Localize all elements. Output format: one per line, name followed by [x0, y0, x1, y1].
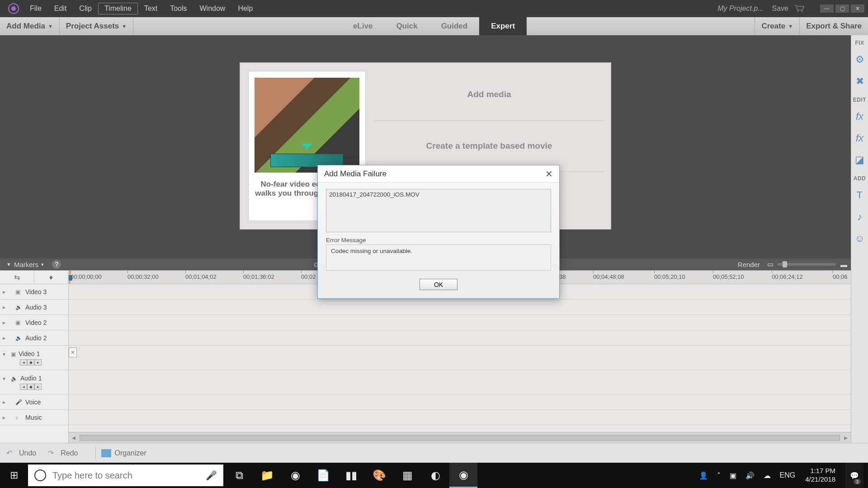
fx-star-icon[interactable]: fx — [854, 110, 866, 123]
create-button[interactable]: Create▼ — [755, 17, 800, 35]
markers-caret-icon[interactable]: ▾ — [41, 262, 44, 267]
premiere-elements-icon[interactable]: ◉ — [449, 463, 477, 488]
tools-icon[interactable]: ✖ — [854, 75, 866, 88]
track-header: ⇆ ♦ ▸▣Video 3 ▸🔈Audio 3 ▸▣Video 2 ▸🔈Audi… — [0, 271, 69, 443]
track-row[interactable] — [69, 300, 851, 315]
onedrive-icon[interactable]: ☁ — [764, 471, 771, 480]
track-video1[interactable]: ▾▣Video 1◂◆▸ — [0, 346, 68, 370]
welcome-add-media[interactable]: Add media — [374, 69, 604, 120]
app-icon-1[interactable]: ▮▮ — [337, 463, 365, 488]
svg-point-1 — [801, 10, 802, 12]
music-icon[interactable]: ♪ — [854, 211, 866, 223]
dialog-titlebar: Add Media Failure ✕ — [318, 165, 559, 183]
scroll-right-icon[interactable]: ▸ — [841, 433, 851, 442]
language-indicator[interactable]: ENG — [780, 471, 796, 479]
volume-icon[interactable]: 🔊 — [745, 471, 755, 480]
ruler-tick: 00;02 — [301, 273, 316, 280]
track-audio3[interactable]: ▸🔈Audio 3 — [0, 300, 68, 315]
ruler-tick: 00;00;32;00 — [127, 273, 159, 280]
people-icon[interactable]: 👤 — [699, 471, 708, 480]
track-row[interactable] — [69, 370, 851, 394]
redo-icon: ↷ — [48, 449, 57, 458]
welcome-template-movie[interactable]: Create a template based movie — [374, 120, 604, 172]
notification-badge: 3 — [854, 479, 861, 484]
help-icon[interactable]: ? — [52, 260, 61, 269]
track-row[interactable] — [69, 315, 851, 330]
render-button[interactable]: Render — [738, 261, 760, 268]
chevron-down-icon[interactable]: ▼ — [6, 262, 11, 267]
menu-clip[interactable]: Clip — [73, 3, 98, 14]
track-audio1[interactable]: ▾🔈Audio 1◂◆▸ — [0, 370, 68, 394]
svg-point-0 — [797, 10, 798, 12]
zoom-slider[interactable] — [777, 263, 836, 266]
start-button[interactable]: ⊞ — [0, 463, 28, 488]
menu-file[interactable]: File — [24, 3, 48, 14]
tray-chevron-icon[interactable]: ˄ — [717, 471, 721, 480]
menu-help[interactable]: Help — [231, 3, 259, 14]
track-voice[interactable]: ▸🎤Voice — [0, 394, 68, 410]
window-maximize[interactable]: ▢ — [835, 5, 849, 13]
right-tool-strip: FIX ⚙ ✖ EDIT fx fx ◪ ADD T ♪ ☺ — [851, 35, 868, 443]
playhead[interactable] — [70, 271, 70, 284]
track-row[interactable] — [69, 410, 851, 425]
menu-window[interactable]: Window — [193, 3, 232, 14]
file-explorer-icon[interactable]: 📁 — [253, 463, 281, 488]
undo-button[interactable]: ↶Undo — [6, 449, 36, 458]
arrow-down-icon — [302, 144, 312, 155]
clock[interactable]: 1:17 PM4/21/2018 — [805, 467, 835, 484]
track-audio2[interactable]: ▸🔈Audio 2 — [0, 330, 68, 346]
search-box[interactable]: Type here to search 🎤 — [28, 465, 223, 486]
ok-button[interactable]: OK — [420, 279, 458, 290]
track-row[interactable] — [69, 330, 851, 346]
notepad-icon[interactable]: 📄 — [309, 463, 337, 488]
scroll-left-icon[interactable]: ◂ — [69, 433, 79, 442]
timeline-scrollbar[interactable]: ◂ ▸ — [69, 432, 851, 443]
color-icon[interactable]: ◪ — [854, 154, 866, 166]
zoom-in-icon[interactable]: ▬ — [840, 261, 847, 268]
markers-button[interactable]: Markers — [14, 261, 38, 268]
calculator-icon[interactable]: ▦ — [393, 463, 421, 488]
ruler-tick: 00;06 — [833, 273, 848, 280]
error-message-label: Error Message — [326, 237, 551, 244]
chrome-icon[interactable]: ◉ — [281, 463, 309, 488]
add-media-button[interactable]: Add Media▼ — [0, 17, 60, 35]
menu-timeline[interactable]: Timeline — [98, 3, 138, 14]
menu-text[interactable]: Text — [138, 3, 164, 14]
timeline-tool-2[interactable]: ♦ — [34, 271, 69, 284]
track-row[interactable] — [69, 394, 851, 410]
redo-button[interactable]: ↷Redo — [48, 449, 78, 458]
separator — [95, 447, 96, 460]
graphics-icon[interactable]: ☺ — [854, 232, 866, 245]
fx-icon[interactable]: fx — [854, 132, 866, 145]
quicktime-icon[interactable]: ◐ — [421, 463, 449, 488]
close-icon[interactable]: ✕ — [545, 169, 553, 179]
paint-icon[interactable]: 🎨 — [365, 463, 393, 488]
action-center-icon[interactable]: 💬3 — [845, 463, 863, 488]
track-video3[interactable]: ▸▣Video 3 — [0, 284, 68, 300]
timeline-tool-1[interactable]: ⇆ — [0, 271, 34, 284]
window-close[interactable]: ✕ — [851, 5, 864, 13]
battery-icon[interactable]: ▣ — [730, 471, 736, 480]
track-row[interactable]: ✕ — [69, 346, 851, 370]
adjust-sliders-icon[interactable]: ⚙ — [854, 53, 866, 66]
zoom-out-icon[interactable]: ▭ — [767, 260, 774, 268]
window-minimize[interactable]: — — [820, 5, 834, 13]
cart-icon[interactable] — [794, 5, 805, 13]
project-assets-button[interactable]: Project Assets▼ — [60, 17, 133, 35]
task-view-icon[interactable]: ⧉ — [225, 463, 253, 488]
scroll-thumb[interactable] — [80, 435, 840, 441]
cortana-icon — [34, 469, 46, 481]
organizer-button[interactable]: Organizer — [101, 449, 146, 457]
track-music[interactable]: ▸♪Music — [0, 410, 68, 425]
menu-edit[interactable]: Edit — [48, 3, 73, 14]
track-video2[interactable]: ▸▣Video 2 — [0, 315, 68, 330]
edit-label: EDIT — [853, 97, 866, 103]
ruler-tick: 00;00;00;00 — [71, 273, 102, 280]
mic-icon[interactable]: 🎤 — [206, 470, 217, 481]
save-button[interactable]: Save — [772, 5, 788, 13]
export-share-button[interactable]: Export & Share — [800, 17, 868, 35]
organizer-icon — [101, 449, 111, 457]
titles-icon[interactable]: T — [854, 189, 866, 202]
menu-tools[interactable]: Tools — [164, 3, 193, 14]
clip-stub[interactable]: ✕ — [69, 347, 77, 357]
